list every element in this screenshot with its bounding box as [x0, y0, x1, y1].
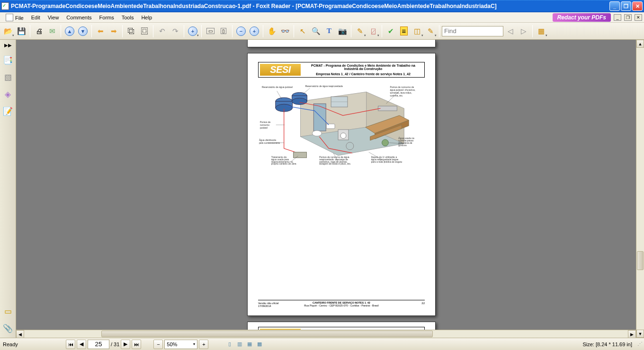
- redo-button[interactable]: ↷: [169, 25, 181, 37]
- find-input[interactable]: [442, 26, 503, 36]
- mdi-restore-button[interactable]: ❐: [624, 14, 632, 21]
- save-button[interactable]: 💾: [15, 25, 27, 37]
- status-last-page-button[interactable]: ⏭: [132, 340, 141, 349]
- attachments-panel-button[interactable]: 📎: [2, 323, 14, 334]
- continuous-facing-view-button[interactable]: ▩: [255, 340, 264, 349]
- highlight-tool-button[interactable]: ✎: [424, 25, 437, 37]
- print-button[interactable]: 🖨: [33, 25, 45, 37]
- svg-text:Pontos de consumo de águareapr: Pontos de consumo de águareaproveitada: …: [319, 156, 351, 165]
- signatures-panel-button[interactable]: ▭: [2, 306, 14, 317]
- forward-button[interactable]: ➡: [107, 25, 120, 37]
- svg-text:Pontos deconsumopotável: Pontos deconsumopotável: [260, 121, 271, 129]
- scroll-down-button[interactable]: ▼: [636, 330, 644, 338]
- scroll-thumb-h[interactable]: [101, 331, 433, 337]
- menu-comments[interactable]: Comments: [63, 14, 95, 21]
- status-next-page-button[interactable]: ▶: [121, 340, 130, 349]
- first-page-button[interactable]: ▲: [63, 25, 76, 37]
- fit-page-button[interactable]: ▯: [217, 25, 230, 37]
- logo: SESI: [260, 64, 301, 76]
- menu-file[interactable]: File: [2, 13, 27, 22]
- menu-help[interactable]: Help: [137, 14, 156, 21]
- last-page-button[interactable]: ▼: [77, 25, 89, 37]
- open-button[interactable]: 📂: [2, 25, 14, 37]
- sidebar-collapse-button[interactable]: ▶▶: [3, 42, 13, 49]
- zoom-out-circle-button[interactable]: −: [235, 25, 247, 37]
- status-prev-page-button[interactable]: ◀: [77, 340, 86, 349]
- menu-view[interactable]: View: [44, 14, 63, 21]
- binoculars-button[interactable]: 🔍: [310, 25, 322, 37]
- app-icon: [1, 2, 9, 10]
- copy-button[interactable]: ⿻: [125, 25, 137, 37]
- layers-panel-button[interactable]: ◈: [2, 88, 14, 100]
- email-button[interactable]: ✉: [46, 25, 58, 37]
- pages-panel-button[interactable]: ▧: [2, 71, 14, 83]
- svg-point-13: [312, 131, 322, 136]
- header-subtitle: Empresa Notes 1_42 / Canteiro frente de …: [304, 72, 422, 76]
- status-ready: Ready: [3, 341, 64, 347]
- actual-size-button[interactable]: ▭: [204, 25, 216, 37]
- comments-panel-button[interactable]: 📝: [2, 105, 14, 117]
- select-tool-button[interactable]: ↖: [296, 25, 309, 37]
- glasses-button[interactable]: 👓: [279, 25, 291, 37]
- document-viewport[interactable]: SESI PCMAT - Programa de Condições e Mei…: [16, 40, 644, 338]
- svg-text:Reservatório de água potável: Reservatório de água potável: [262, 86, 293, 88]
- continuous-view-button[interactable]: ▥: [235, 340, 244, 349]
- toolbar: 📂 💾 🖨 ✉ ▲ ▼ ⬅ ➡ ⿻ ⿴ ↶ ↷ + ▭ ▯ − + ✋ 👓 ↖ …: [0, 23, 644, 40]
- stamp-button[interactable]: ⍁: [367, 25, 379, 37]
- svg-point-9: [292, 98, 307, 105]
- facing-view-button[interactable]: ▦: [245, 340, 254, 349]
- form-button[interactable]: ▦: [535, 25, 547, 37]
- mdi-close-button[interactable]: ✕: [635, 14, 642, 21]
- mdi-minimize-button[interactable]: _: [614, 14, 621, 21]
- annotate-button[interactable]: ✎: [354, 25, 366, 37]
- text-select-button[interactable]: T: [323, 25, 335, 37]
- svg-text:Água usada nacozinha passapela: Água usada nacozinha passapela caixa deg…: [398, 137, 414, 147]
- menu-bar: File Edit View Comments Forms Tools Help…: [0, 12, 644, 23]
- menu-tools[interactable]: Tools: [118, 14, 138, 21]
- page-total: / 31: [111, 341, 119, 347]
- paste-button[interactable]: ⿴: [138, 25, 151, 37]
- close-button[interactable]: ✕: [632, 1, 643, 11]
- callout-button[interactable]: ◫: [411, 25, 423, 37]
- svg-rect-23: [294, 152, 307, 158]
- sidebar: ▶▶ 📑 ▧ ◈ 📝 ▭ 📎: [0, 40, 16, 338]
- page-number-input[interactable]: [88, 340, 109, 349]
- checkmark-button[interactable]: ✔: [385, 25, 397, 37]
- minimize-button[interactable]: _: [609, 1, 620, 11]
- menu-forms[interactable]: Forms: [96, 14, 118, 21]
- redact-ad[interactable]: Redact your PDFs: [553, 13, 611, 22]
- horizontal-scrollbar[interactable]: ◀ ▶: [16, 330, 636, 338]
- svg-text:Reservatório de água reaprovei: Reservatório de água reaproveitada: [305, 85, 343, 88]
- scroll-up-button[interactable]: ▲: [636, 40, 644, 48]
- find-prev-button[interactable]: ◁: [504, 25, 517, 37]
- hand-tool-button[interactable]: ✋: [266, 25, 278, 37]
- zoom-in-status-button[interactable]: +: [199, 340, 208, 349]
- zoom-in-button[interactable]: +: [187, 25, 199, 37]
- scroll-thumb[interactable]: [637, 251, 644, 270]
- note-button[interactable]: ≡: [398, 25, 410, 37]
- single-page-view-button[interactable]: ▯: [225, 340, 234, 349]
- svg-point-22: [382, 140, 389, 146]
- svg-text:Depois da 1ª utilização aágua : Depois da 1ª utilização aágua reaproveit…: [371, 156, 402, 163]
- zoom-in-circle-button[interactable]: +: [248, 25, 260, 37]
- zoom-out-button[interactable]: −: [153, 340, 163, 349]
- bookmarks-panel-button[interactable]: 📑: [2, 54, 14, 66]
- svg-rect-14: [326, 124, 335, 129]
- scroll-right-button[interactable]: ▶: [628, 330, 636, 338]
- status-first-page-button[interactable]: ⏮: [66, 340, 75, 349]
- status-bar: Ready ⏮ ◀ / 31 ▶ ⏭ − 50% + ▯ ▥ ▦ ▩ Size:…: [0, 338, 644, 350]
- scroll-left-button[interactable]: ◀: [16, 330, 24, 338]
- page-size-label: Size: [8.24 * 11.69 in]: [582, 341, 632, 347]
- undo-button[interactable]: ↶: [156, 25, 168, 37]
- maximize-button[interactable]: ❐: [621, 1, 631, 11]
- find-next-button[interactable]: ▷: [518, 25, 530, 37]
- svg-rect-20: [378, 106, 397, 111]
- resize-grip[interactable]: ⋰: [634, 341, 641, 347]
- vertical-scrollbar[interactable]: ▲ ▼: [636, 40, 644, 338]
- snapshot-button[interactable]: 📷: [336, 25, 349, 37]
- menu-edit[interactable]: Edit: [27, 14, 44, 21]
- back-button[interactable]: ⬅: [94, 25, 107, 37]
- zoom-combo[interactable]: 50%: [164, 340, 197, 349]
- svg-line-24: [277, 91, 282, 99]
- svg-point-16: [340, 133, 346, 139]
